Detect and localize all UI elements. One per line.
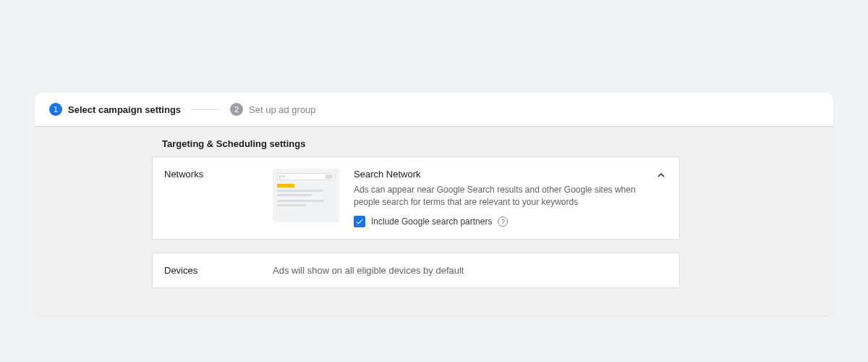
stepper: 1 Select campaign settings 2 Set up ad g… [35,93,833,127]
checkmark-icon [355,217,364,226]
networks-label: Networks [164,169,258,227]
help-icon[interactable]: ? [498,216,508,227]
settings-body: Targeting & Scheduling settings Networks [35,127,833,316]
step-2[interactable]: 2 Set up ad group [230,103,316,116]
include-partners-checkbox[interactable] [354,216,365,227]
step-1-label: Select campaign settings [68,104,181,115]
step-1-number: 1 [49,103,62,116]
step-1[interactable]: 1 Select campaign settings [49,103,181,116]
step-2-label: Set up ad group [249,104,316,115]
step-2-number: 2 [230,103,243,116]
search-network-thumbnail [273,169,339,222]
step-connector [191,109,220,110]
campaign-settings-card: 1 Select campaign settings 2 Set up ad g… [35,93,833,316]
include-partners-label: Include Google search partners [371,216,492,227]
section-title: Targeting & Scheduling settings [152,135,680,156]
networks-panel: Networks [152,156,680,240]
search-network-description: Ads can appear near Google Search result… [354,184,639,209]
search-network-title: Search Network [354,169,639,180]
collapse-toggle[interactable] [655,169,668,185]
devices-panel[interactable]: Devices Ads will show on all eligible de… [152,253,680,288]
devices-label: Devices [164,265,258,276]
devices-description: Ads will show on all eligible devices by… [273,265,464,276]
chevron-up-icon [655,169,668,182]
